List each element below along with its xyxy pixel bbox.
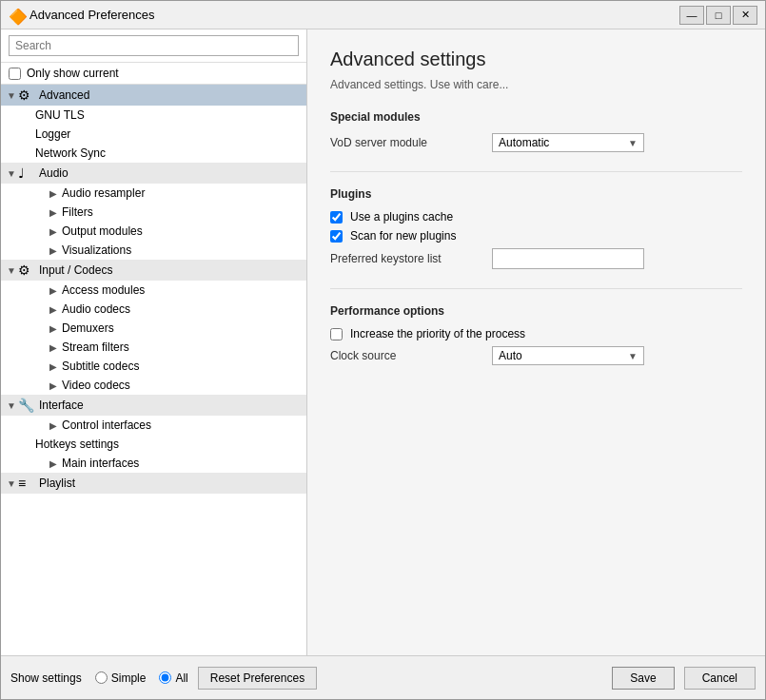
expand-arrow-advanced: ▼	[5, 90, 18, 101]
expand-arrow-audio-resampler: ▶	[47, 188, 60, 199]
tree-label-video-codecs: Video codecs	[62, 379, 130, 392]
input-codecs-icon: ⚙	[18, 262, 35, 278]
tree-item-output-modules[interactable]: ▶ Output modules	[1, 222, 306, 241]
tree-item-audio[interactable]: ▼ ♩ Audio	[1, 163, 306, 184]
clock-source-label: Clock source	[330, 349, 482, 362]
tree-item-filters[interactable]: ▶ Filters	[1, 203, 306, 222]
expand-arrow-interface: ▼	[5, 400, 18, 411]
tree-label-input-codecs: Input / Codecs	[39, 263, 112, 277]
tree-label-hotkeys-settings: Hotkeys settings	[35, 438, 119, 451]
vod-server-dropdown[interactable]: Automatic ▼	[492, 133, 644, 152]
use-plugins-cache-row: Use a plugins cache	[330, 210, 742, 224]
tree-container: ▼ ⚙ Advanced GNU TLS Logger Network Sync…	[1, 85, 306, 655]
titlebar: 🔶 Advanced Preferences — □ ✕	[1, 1, 765, 29]
tree-item-main-interfaces[interactable]: ▶ Main interfaces	[1, 454, 306, 473]
performance-options-section: Performance options Increase the priorit…	[330, 304, 742, 365]
show-settings-label: Show settings	[10, 671, 82, 685]
tree-label-gnu-tls: GNU TLS	[35, 108, 85, 122]
expand-arrow-audio-codecs: ▶	[47, 304, 60, 315]
tree-item-gnu-tls[interactable]: GNU TLS	[1, 106, 306, 125]
app-icon: 🔶	[9, 8, 24, 23]
preferred-keystore-input[interactable]	[492, 248, 644, 269]
tree-label-stream-filters: Stream filters	[62, 340, 129, 354]
increase-priority-checkbox[interactable]	[330, 328, 343, 340]
only-show-current-row: Only show current	[1, 63, 306, 85]
expand-arrow-output-modules: ▶	[47, 226, 60, 237]
tree-label-visualizations: Visualizations	[62, 243, 131, 257]
search-input[interactable]	[9, 35, 299, 56]
tree-item-demuxers[interactable]: ▶ Demuxers	[1, 319, 306, 338]
only-show-current-checkbox[interactable]	[9, 68, 21, 80]
scan-for-new-plugins-row: Scan for new plugins	[330, 229, 742, 243]
advanced-icon: ⚙	[18, 88, 35, 103]
tree-item-logger[interactable]: Logger	[1, 125, 306, 144]
main-content: Only show current ▼ ⚙ Advanced GNU TLS L…	[1, 29, 765, 655]
settings-subtitle: Advanced settings. Use with care...	[330, 78, 742, 91]
plugins-label: Plugins	[330, 187, 742, 201]
tree-item-interface[interactable]: ▼ 🔧 Interface	[1, 395, 306, 416]
tree-label-logger: Logger	[35, 127, 70, 141]
maximize-button[interactable]: □	[706, 6, 731, 25]
vod-server-label: VoD server module	[330, 136, 482, 149]
radio-simple-label[interactable]: Simple	[95, 671, 147, 685]
radio-all-label[interactable]: All	[159, 671, 187, 685]
interface-icon: 🔧	[18, 398, 35, 413]
tree-item-control-interfaces[interactable]: ▶ Control interfaces	[1, 416, 306, 435]
left-panel: Only show current ▼ ⚙ Advanced GNU TLS L…	[1, 29, 307, 655]
use-plugins-cache-label: Use a plugins cache	[350, 210, 453, 224]
right-panel: Advanced settings Advanced settings. Use…	[307, 29, 765, 655]
expand-arrow-visualizations: ▶	[47, 245, 60, 256]
cancel-button[interactable]: Cancel	[684, 667, 756, 690]
tree-item-audio-resampler[interactable]: ▶ Audio resampler	[1, 184, 306, 203]
tree-label-control-interfaces: Control interfaces	[62, 418, 151, 432]
window-title: Advanced Preferences	[29, 8, 674, 22]
audio-icon: ♩	[18, 165, 35, 181]
minimize-button[interactable]: —	[679, 6, 704, 25]
main-window: 🔶 Advanced Preferences — □ ✕ Only show c…	[0, 0, 766, 700]
tree-label-output-modules: Output modules	[62, 224, 143, 238]
tree-label-subtitle-codecs: Subtitle codecs	[62, 360, 139, 373]
performance-options-label: Performance options	[330, 304, 742, 318]
clock-source-row: Clock source Auto ▼	[330, 346, 742, 365]
tree-item-access-modules[interactable]: ▶ Access modules	[1, 281, 306, 300]
expand-arrow-access-modules: ▶	[47, 285, 60, 296]
reset-preferences-button[interactable]: Reset Preferences	[198, 667, 317, 690]
expand-arrow-video-codecs: ▶	[47, 380, 60, 391]
expand-arrow-demuxers: ▶	[47, 323, 60, 334]
clock-source-value: Auto	[499, 349, 522, 362]
vod-server-arrow: ▼	[628, 138, 638, 148]
special-modules-section: Special modules VoD server module Automa…	[330, 110, 742, 152]
tree-label-interface: Interface	[39, 399, 84, 412]
separator-1	[330, 171, 742, 172]
radio-all[interactable]	[159, 671, 171, 684]
tree-item-video-codecs[interactable]: ▶ Video codecs	[1, 376, 306, 395]
tree-item-visualizations[interactable]: ▶ Visualizations	[1, 241, 306, 260]
tree-item-audio-codecs[interactable]: ▶ Audio codecs	[1, 300, 306, 319]
use-plugins-cache-checkbox[interactable]	[330, 211, 343, 224]
special-modules-label: Special modules	[330, 110, 742, 124]
save-button[interactable]: Save	[612, 667, 674, 690]
separator-2	[330, 288, 742, 289]
radio-group: Simple All	[95, 671, 188, 685]
radio-simple[interactable]	[95, 671, 108, 684]
tree-item-advanced[interactable]: ▼ ⚙ Advanced	[1, 85, 306, 106]
vod-server-value: Automatic	[499, 136, 549, 149]
tree-item-subtitle-codecs[interactable]: ▶ Subtitle codecs	[1, 357, 306, 376]
tree-item-playlist[interactable]: ▼ ≡ Playlist	[1, 473, 306, 494]
expand-arrow-filters: ▶	[47, 207, 60, 218]
tree-item-stream-filters[interactable]: ▶ Stream filters	[1, 338, 306, 357]
tree-label-playlist: Playlist	[39, 476, 75, 490]
scan-for-new-plugins-checkbox[interactable]	[330, 230, 343, 243]
increase-priority-row: Increase the priority of the process	[330, 327, 742, 340]
settings-title: Advanced settings	[330, 49, 742, 70]
tree-item-input-codecs[interactable]: ▼ ⚙ Input / Codecs	[1, 260, 306, 281]
titlebar-buttons: — □ ✕	[679, 6, 757, 25]
expand-arrow-subtitle-codecs: ▶	[47, 361, 60, 372]
scan-for-new-plugins-label: Scan for new plugins	[350, 229, 456, 243]
tree-item-hotkeys-settings[interactable]: Hotkeys settings	[1, 435, 306, 454]
expand-arrow-audio: ▼	[5, 168, 18, 179]
tree-item-network-sync[interactable]: Network Sync	[1, 144, 306, 163]
clock-source-dropdown[interactable]: Auto ▼	[492, 346, 644, 365]
close-button[interactable]: ✕	[733, 6, 757, 25]
tree-label-filters: Filters	[62, 205, 93, 219]
